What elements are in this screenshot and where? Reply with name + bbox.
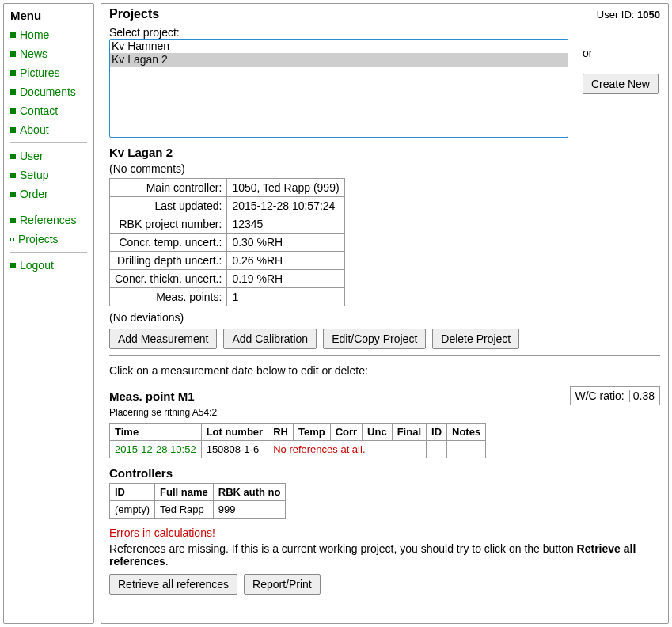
delete-project-button[interactable]: Delete Project	[432, 329, 519, 349]
project-name: Kv Lagan 2	[109, 146, 660, 159]
menu-item-about[interactable]: About	[20, 124, 49, 136]
square-bullet-icon	[10, 154, 16, 159]
project-props-table: Main controller:1050, Ted Rapp (999)Last…	[109, 178, 345, 306]
menu-item-references[interactable]: References	[20, 214, 77, 226]
menu-item-order[interactable]: Order	[20, 188, 48, 200]
menu-item-setup[interactable]: Setup	[20, 169, 49, 181]
meas-point-title: Meas. point M1	[109, 390, 195, 403]
square-bullet-icon	[10, 32, 16, 38]
report-print-button[interactable]: Report/Print	[244, 574, 321, 595]
instruction-text: Click on a measurement date below to edi…	[109, 364, 660, 377]
menu-item-pictures[interactable]: Pictures	[20, 66, 60, 79]
menu-item-user[interactable]: User	[20, 150, 44, 162]
select-label: Select project:	[109, 26, 660, 39]
square-bullet-icon	[10, 108, 16, 114]
table-row: (empty) Ted Rapp 999	[110, 501, 286, 519]
add-calibration-button[interactable]: Add Calibration	[223, 329, 317, 349]
lot-number: 150808-1-6	[201, 441, 268, 458]
controller-id: (empty)	[110, 501, 155, 519]
add-measurement-button[interactable]: Add Measurement	[109, 329, 217, 349]
meas-point-sub: Placering se ritning A54:2	[109, 407, 660, 418]
page-title: Projects	[109, 7, 159, 21]
section-divider	[109, 355, 660, 356]
errors-text: References are missing. If this is a cur…	[109, 542, 660, 568]
sidebar: Menu HomeNewsPicturesDocumentsContactAbo…	[3, 3, 94, 624]
project-select[interactable]: Kv HamnenKv Lagan 2	[109, 39, 568, 138]
measurement-time-link[interactable]: 2015-12-28 10:52	[110, 441, 202, 458]
user-id: User ID: 1050	[597, 9, 660, 21]
table-row: 2015-12-28 10:52 150808-1-6 No reference…	[110, 441, 486, 458]
edit-copy-project-button[interactable]: Edit/Copy Project	[323, 329, 426, 349]
menu-item-home[interactable]: Home	[20, 28, 49, 41]
menu-divider	[10, 252, 87, 253]
square-bullet-icon	[10, 51, 16, 57]
square-bullet-icon	[10, 127, 16, 133]
menu-item-news[interactable]: News	[20, 48, 47, 60]
menu-divider	[10, 207, 87, 207]
menu-divider	[10, 142, 87, 143]
controller-name: Ted Rapp	[155, 501, 214, 519]
controllers-table: IDFull nameRBK auth no (empty) Ted Rapp …	[109, 483, 286, 519]
controller-auth: 999	[213, 501, 286, 519]
square-bullet-icon	[10, 263, 16, 268]
square-bullet-icon	[10, 70, 16, 76]
menu-item-projects[interactable]: Projects	[18, 233, 59, 245]
controllers-title: Controllers	[109, 466, 660, 480]
menu-item-contact[interactable]: Contact	[20, 104, 58, 117]
no-comments: (No comments)	[109, 162, 660, 175]
menu-item-logout[interactable]: Logout	[20, 259, 54, 272]
create-new-button[interactable]: Create New	[583, 74, 659, 94]
wc-ratio-box: W/C ratio: 0.38	[570, 386, 660, 405]
square-bullet-icon	[10, 192, 16, 197]
content: Projects User ID: 1050 Select project: K…	[101, 3, 669, 624]
menu-title: Menu	[10, 9, 87, 22]
menu-item-documents[interactable]: Documents	[20, 86, 76, 98]
or-text: or	[583, 47, 659, 59]
square-bullet-icon	[10, 173, 16, 178]
square-bullet-icon	[10, 218, 16, 223]
no-references-msg: No references at all.	[268, 441, 427, 458]
no-deviations: (No deviations)	[109, 311, 660, 324]
measurements-table: TimeLot numberRHTempCorrUncFinalIDNotes …	[109, 423, 486, 458]
retrieve-references-button[interactable]: Retrieve all references	[109, 574, 237, 595]
square-bullet-icon	[10, 238, 14, 241]
square-bullet-icon	[10, 89, 16, 95]
errors-title: Errors in calculations!	[109, 526, 660, 539]
